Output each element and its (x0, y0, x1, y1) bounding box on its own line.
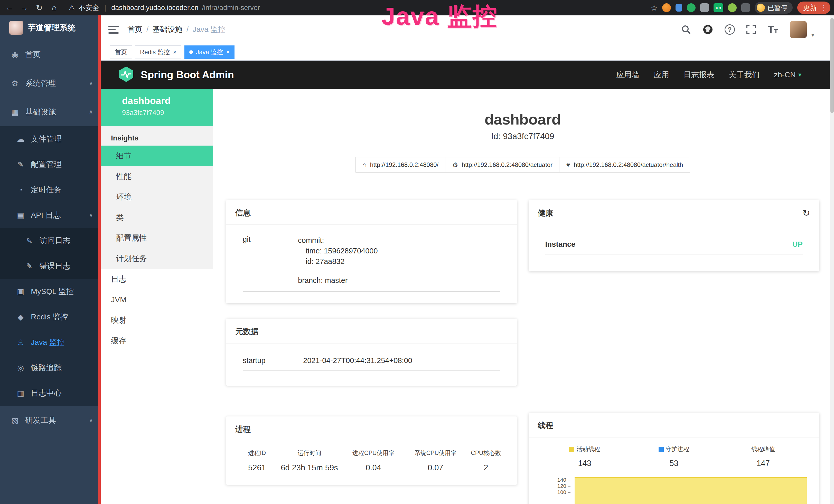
edit-square-icon: ✎ (25, 236, 34, 245)
sidebar-item-mysql-monitor[interactable]: ▣ MySQL 监控 (0, 279, 100, 304)
startup-value: 2021-04-27T00:44:31.254+08:00 (303, 357, 500, 365)
browser-update-button[interactable]: 更新 ⋮ (797, 2, 830, 14)
instance-header[interactable]: dashboard 93a3fc7f7409 (100, 89, 213, 126)
bookmark-star-icon[interactable]: ☆ (651, 3, 658, 12)
sidebar-item-access-log[interactable]: ✎ 访问日志 (0, 228, 100, 253)
health-url-link[interactable]: ♥ http://192.168.0.2:48080/actuator/heal… (559, 157, 690, 173)
legend-peak-threads: 线程峰值 (719, 445, 808, 453)
fullscreen-icon[interactable] (746, 25, 756, 35)
history-icon[interactable]: ↺ (803, 208, 810, 219)
sidebar-item-home[interactable]: ◉ 首页 (0, 40, 100, 69)
profile-sync-paused-button[interactable]: 已暂停 (755, 2, 793, 14)
sidebar-menu: ◉ 首页 ⚙ 系统管理 ∨ ▦ 基础设施 ∧ ☁ 文件管理 ✎ 配置管理 ◔ (0, 40, 100, 435)
breadcrumb-home[interactable]: 首页 (127, 24, 142, 35)
sba-item-logs[interactable]: 日志 (100, 269, 213, 289)
extension-icon-5[interactable] (728, 3, 737, 12)
sba-nav-journal[interactable]: 日志报表 (683, 70, 714, 80)
sba-item-config-props[interactable]: 配置属性 (100, 228, 213, 248)
extension-on-badge[interactable]: on (714, 3, 723, 12)
sidebar-item-label: 系统管理 (25, 78, 56, 89)
reload-icon[interactable]: ↻ (32, 1, 46, 14)
sba-item-caches[interactable]: 缓存 (100, 330, 213, 351)
sidebar-item-java-monitor[interactable]: ♨ Java 监控 (0, 330, 100, 355)
info-card-title: 信息 (235, 208, 251, 218)
sidebar-item-infrastructure[interactable]: ▦ 基础设施 ∧ (0, 97, 100, 126)
sidebar-collapse-icon[interactable] (108, 26, 119, 33)
sba-item-classes[interactable]: 类 (100, 207, 213, 228)
process-col-syscpu: 系统CPU使用率 (404, 449, 467, 457)
sidebar-item-label: 研发工具 (25, 415, 56, 426)
forward-icon[interactable]: → (18, 1, 31, 14)
sidebar-item-scheduled-jobs[interactable]: ◔ 定时任务 (0, 177, 100, 203)
git-commit-line: commit: (298, 235, 500, 246)
peak-threads-value: 147 (719, 459, 808, 468)
sba-item-scheduled-tasks[interactable]: 计划任务 (100, 248, 213, 269)
sba-nav-applications[interactable]: 应用 (654, 70, 669, 80)
help-icon[interactable]: ? (725, 24, 735, 35)
file-icon: ☁ (16, 135, 25, 143)
sidebar-item-error-log[interactable]: ✎ 错误日志 (0, 253, 100, 279)
sidebar-item-system[interactable]: ⚙ 系统管理 ∨ (0, 69, 100, 97)
sba-locale-select[interactable]: zh-CN ▾ (774, 70, 802, 79)
user-avatar[interactable] (790, 21, 807, 38)
navbar-actions: ? ▾ (681, 21, 814, 39)
sidebar-item-trace[interactable]: ◎ 链路追踪 (0, 355, 100, 381)
close-icon[interactable]: × (173, 49, 176, 55)
back-icon[interactable]: ← (3, 1, 17, 14)
sidebar-item-api-log[interactable]: ▤ API 日志 ∧ (0, 203, 100, 228)
health-instance-row: Instance UP (545, 240, 803, 254)
insights-group: Insights 细节 性能 环境 类 配置属性 计划任务 (100, 126, 213, 269)
sync-paused-label: 已暂停 (767, 3, 788, 12)
health-card: 健康 ↺ Instance UP (529, 200, 820, 271)
sba-item-mappings[interactable]: 映射 (100, 310, 213, 330)
tab-redis-monitor[interactable]: Redis 监控 × (135, 45, 181, 59)
extension-icon-2[interactable] (676, 4, 682, 12)
address-bar[interactable]: ⚠ 不安全 | dashboard.yudao.iocoder.cn/infra… (66, 2, 263, 14)
github-icon[interactable] (702, 24, 713, 35)
process-syscpu: 0.07 (404, 463, 467, 473)
close-icon[interactable]: × (226, 49, 229, 55)
extensions-puzzle-icon[interactable] (700, 3, 709, 12)
browser-home-icon[interactable]: ⌂ (47, 1, 61, 14)
health-status-badge: UP (792, 240, 803, 249)
database-icon: ▣ (16, 287, 25, 296)
browser-menu-icon[interactable]: ⋮ (820, 4, 827, 12)
infrastructure-submenu: ☁ 文件管理 ✎ 配置管理 ◔ 定时任务 ▤ API 日志 ∧ ✎ 访问日志 (0, 126, 100, 406)
sidebar-item-label: 定时任务 (31, 185, 62, 195)
breadcrumb-infrastructure[interactable]: 基础设施 (153, 24, 182, 35)
sidebar-item-log-center[interactable]: ▥ 日志中心 (0, 381, 100, 406)
sba-item-details[interactable]: 细节 (100, 145, 213, 166)
breadcrumb: 首页 / 基础设施 / Java 监控 (127, 24, 225, 35)
sidebar-item-redis-monitor[interactable]: ◆ Redis 监控 (0, 304, 100, 330)
eye-icon: ◎ (16, 363, 25, 372)
extension-icon-6[interactable] (741, 3, 750, 12)
y-tick-140: 140 (540, 477, 570, 483)
process-col-uptime: 运行时间 (277, 449, 343, 457)
sidebar-item-label: 错误日志 (40, 261, 70, 271)
sidebar-item-label: 基础设施 (25, 107, 56, 117)
sidebar-item-label: Java 监控 (31, 337, 65, 348)
search-icon[interactable] (681, 24, 691, 35)
sidebar-item-devtools[interactable]: ▧ 研发工具 ∨ (0, 406, 100, 435)
extension-icon-1[interactable] (662, 3, 671, 12)
process-cores: 2 (466, 463, 505, 473)
font-size-icon[interactable] (767, 25, 778, 35)
sba-item-jvm[interactable]: JVM (100, 289, 213, 310)
process-card: 进程 进程ID 运行时间 进程CPU使用率 系统CPU使用率 CPU核心数 52… (226, 416, 517, 485)
sba-header: Spring Boot Admin 应用墙 应用 日志报表 关于我们 zh-CN… (100, 61, 830, 89)
service-url-link[interactable]: ⌂ http://192.168.0.2:48080/ (355, 157, 446, 173)
sba-item-metrics[interactable]: 性能 (100, 166, 213, 187)
scrollbar-thumb[interactable] (830, 18, 834, 113)
sba-item-environment[interactable]: 环境 (100, 187, 213, 207)
sba-nav-about[interactable]: 关于我们 (729, 70, 760, 80)
git-commit-id: id: 27aa832 (298, 256, 500, 267)
sba-nav-wallboard[interactable]: 应用墙 (616, 70, 639, 80)
tab-home[interactable]: 首页 (110, 45, 132, 59)
breadcrumb-separator: / (147, 25, 149, 34)
sidebar-item-file-management[interactable]: ☁ 文件管理 (0, 126, 100, 152)
extension-icon-3[interactable] (687, 3, 696, 12)
app-logo[interactable]: 芋道管理系统 (0, 16, 100, 40)
actuator-url-link[interactable]: ⚙ http://192.168.0.2:48080/actuator (445, 157, 559, 173)
sidebar-item-config-management[interactable]: ✎ 配置管理 (0, 152, 100, 177)
tab-java-monitor[interactable]: Java 监控 × (184, 45, 235, 59)
